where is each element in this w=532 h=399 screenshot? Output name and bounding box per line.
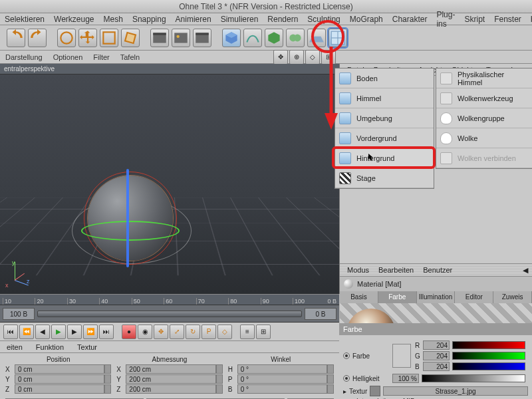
spinner[interactable] (104, 364, 111, 374)
dd-umgebung[interactable]: Umgebung (335, 108, 434, 128)
spinner[interactable] (216, 374, 223, 384)
rotate-gizmo-z[interactable] (126, 169, 129, 267)
tab-editor[interactable]: Editor (455, 291, 493, 303)
view-nav-icon[interactable]: ✥ (273, 50, 288, 65)
g-value[interactable]: 204 (423, 351, 450, 360)
render-settings-button[interactable] (193, 29, 211, 47)
menu-fenster[interactable]: Fenster (489, 15, 526, 24)
dd-boden[interactable]: Boden (335, 68, 434, 88)
view-filter[interactable]: Filter (88, 53, 114, 61)
menu-rendern[interactable]: Rendern (263, 15, 303, 24)
undo-button[interactable] (7, 29, 25, 47)
play-button[interactable]: ▶ (51, 325, 66, 339)
view-nav-icon[interactable]: ◇ (305, 50, 320, 65)
environment-primitive[interactable] (307, 29, 326, 47)
spline-primitive[interactable] (243, 29, 262, 47)
cube-primitive[interactable] (222, 29, 241, 47)
view-optionen[interactable]: Optionen (48, 53, 88, 61)
menu-charakter[interactable]: Charakter (388, 15, 432, 24)
textur-disclosure[interactable]: ▸ (343, 388, 346, 395)
render-view-button[interactable] (150, 29, 169, 47)
am-benutzer[interactable]: Benutzer (418, 266, 457, 274)
farbe-radio[interactable] (343, 352, 350, 359)
r-slider[interactable] (452, 341, 525, 349)
menu-selektieren[interactable]: Selektieren (0, 15, 49, 24)
dd-wolkengruppe[interactable]: Wolkengruppe (436, 108, 532, 128)
menu-animieren[interactable]: Animieren (171, 15, 216, 24)
spinner[interactable] (327, 374, 334, 384)
spinner[interactable] (104, 384, 111, 394)
am-bearbeiten[interactable]: Bearbeiten (374, 266, 418, 274)
textur-filename[interactable]: Strasse_1.jpg (383, 386, 528, 396)
timeline-ruler[interactable]: 102030405060708090100 0 B (0, 295, 339, 305)
rot-h-input[interactable]: 0 ° (237, 364, 327, 374)
helligkeit-slider[interactable] (422, 374, 525, 382)
textur-thumbnail[interactable] (370, 386, 380, 396)
tab-farbe[interactable]: Farbe (378, 291, 417, 303)
view-nav-icon[interactable]: ⊞ (321, 50, 336, 65)
spinner[interactable] (216, 384, 223, 394)
goto-start-button[interactable]: ⏮ (3, 325, 18, 339)
prev-frame-button[interactable]: ◀ (35, 325, 50, 339)
record-button[interactable]: ● (122, 325, 136, 339)
menu-werkzeuge[interactable]: Werkzeuge (49, 15, 98, 24)
color-swatch[interactable] (392, 344, 411, 368)
tab-funktion[interactable]: Funktion (29, 341, 70, 352)
dd-stage[interactable]: Stage (335, 168, 434, 188)
key-scale-button[interactable]: ⤢ (170, 325, 184, 339)
spinner[interactable] (104, 374, 111, 384)
rotate-gizmo-x[interactable] (84, 172, 177, 265)
menu-plugins[interactable]: Plug-ins (432, 10, 460, 29)
key-param-button[interactable]: P (201, 325, 216, 339)
helligkeit-value[interactable]: 100 % (392, 374, 419, 383)
generator-primitive[interactable] (265, 29, 283, 47)
tab-basis[interactable]: Basis (340, 291, 378, 303)
dd-vordergrund[interactable]: Vordergrund (335, 128, 434, 148)
frame-current-field[interactable]: 0 B (305, 308, 336, 320)
spinner[interactable] (216, 364, 223, 374)
g-slider[interactable] (452, 352, 525, 360)
autokey-button[interactable]: ◉ (138, 325, 152, 339)
menu-sculpting[interactable]: Sculpting (303, 15, 344, 24)
view-nav-icon[interactable]: ⊕ (289, 50, 304, 65)
size-x-input[interactable]: 200 cm (126, 364, 215, 374)
menu-mograph[interactable]: MoGraph (345, 15, 388, 24)
rotate-tool[interactable] (121, 29, 140, 47)
key-pos-button[interactable]: ✥ (154, 325, 168, 339)
render-pict-button[interactable] (172, 29, 190, 47)
dd-wolkenwerkzeug[interactable]: Wolkenwerkzeug (436, 88, 532, 108)
menu-snapping[interactable]: Snapping (128, 15, 171, 24)
spinner[interactable] (327, 384, 334, 394)
dd-himmel[interactable]: Himmel (335, 88, 434, 108)
move-tool[interactable] (78, 29, 97, 47)
chevron-left-icon[interactable]: ◀ (518, 266, 532, 275)
frame-end-field-a[interactable]: 0 B (328, 298, 337, 305)
mode-button[interactable]: ≡ (240, 325, 255, 339)
scale-tool[interactable] (100, 29, 118, 47)
rotate-gizmo-y[interactable] (81, 221, 180, 241)
menu-mesh[interactable]: Mesh (99, 15, 128, 24)
mode-button2[interactable]: ⊞ (256, 325, 271, 339)
prev-key-button[interactable]: ⏪ (19, 325, 34, 339)
size-y-input[interactable]: 200 cm (126, 374, 215, 384)
pos-y-input[interactable]: 0 cm (15, 374, 104, 384)
rot-p-input[interactable]: 0 ° (237, 374, 327, 384)
key-pla-button[interactable]: ◇ (217, 325, 232, 339)
dd-phys-himmel[interactable]: Physikalischer Himmel (436, 68, 532, 88)
b-value[interactable]: 204 (423, 362, 450, 371)
menu-simulieren[interactable]: Simulieren (216, 15, 263, 24)
dd-wolke[interactable]: Wolke (436, 128, 532, 148)
select-tool[interactable] (57, 29, 76, 47)
spinner[interactable] (327, 364, 334, 374)
b-slider[interactable] (452, 362, 525, 370)
object-manager-body[interactable]: Boden Himmel Umgebung Vordergrund Hinter… (340, 76, 532, 262)
r-value[interactable]: 204 (423, 340, 450, 350)
tab-zuweisen[interactable]: Zuweis (493, 291, 532, 303)
floor-sky-primitive[interactable] (329, 29, 347, 47)
menu-skript[interactable]: Skript (460, 15, 489, 24)
rot-b-input[interactable]: 0 ° (237, 384, 327, 394)
view-tafeln[interactable]: Tafeln (115, 53, 145, 61)
goto-end-button[interactable]: ⏭ (99, 325, 114, 339)
next-key-button[interactable]: ⏩ (83, 325, 98, 339)
deformer-primitive[interactable] (286, 29, 305, 47)
